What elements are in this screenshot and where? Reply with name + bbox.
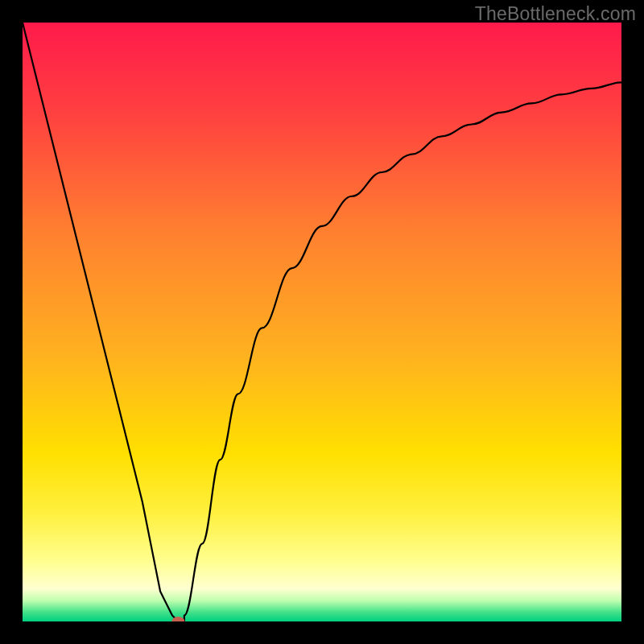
chart-background: [23, 23, 621, 621]
bottleneck-chart: [23, 23, 621, 621]
watermark-text: TheBottleneck.com: [475, 3, 636, 25]
chart-frame: [23, 23, 621, 621]
